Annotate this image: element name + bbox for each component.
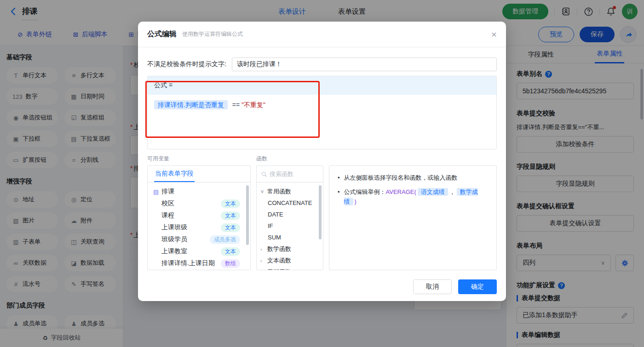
variable-item[interactable]: 校区 文本 [148, 198, 250, 210]
variable-type-badge: 文本 [221, 223, 240, 232]
variable-type-badge: 数组 [221, 259, 240, 268]
function-group-expanded[interactable]: ∨ 常用函数 [257, 186, 323, 197]
functions-panel: ∨ 常用函数 CONCATENATE DATE IF [256, 165, 323, 270]
confirm-button[interactable]: 确定 [458, 279, 497, 294]
formula-edit-dialog: 公式编辑 使用数学运算符编辑公式 × 不满足校验条件时提示文字: 公式 = 排课… [138, 22, 506, 301]
function-group-collapsed[interactable]: › 数学函数 [257, 243, 323, 255]
tip-example: 公式编辑举例：AVERAGE(语文成绩，数学成绩) [344, 188, 488, 207]
function-group-collapsed[interactable]: › 文本函数 [257, 255, 323, 266]
function-item[interactable]: SUM [257, 232, 323, 243]
variable-type-badge: 成员多选 [210, 235, 240, 244]
variable-item[interactable]: 排课详情.上课日期 数组 [148, 257, 250, 269]
variable-name: 课程 [161, 211, 174, 220]
function-item[interactable]: DATE [257, 209, 323, 220]
variable-name: 排课详情.上课日期 [161, 259, 215, 267]
variable-name: 上课教室 [161, 247, 187, 256]
variables-root-node[interactable]: ▤ 排课 [148, 186, 250, 198]
variable-item[interactable]: 课程 文本 [148, 210, 250, 222]
variable-item[interactable]: 上课教室 文本 [148, 245, 250, 257]
chevron-right-icon: › [260, 269, 267, 271]
form-file-icon: ▤ [153, 188, 159, 195]
variable-type-badge: 文本 [221, 199, 240, 208]
tip-text: 从左侧面板选择字段名和函数，或输入函数 [344, 173, 458, 183]
functions-label: 函数 [256, 155, 329, 163]
formula-expression[interactable]: 排课详情.判断是否重复 == "不重复" [148, 95, 496, 149]
field-token-chip[interactable]: 排课详情.判断是否重复 [154, 100, 228, 109]
string-token: "不重复" [242, 101, 265, 108]
validation-message-label: 不满足校验条件时提示文字: [147, 60, 226, 68]
functions-scrollbar[interactable] [319, 185, 322, 239]
variables-scrollbar[interactable] [246, 185, 249, 245]
variables-label: 可用变量 [147, 155, 256, 163]
variable-name: 班级学员 [161, 235, 187, 244]
chevron-right-icon: › [260, 246, 267, 252]
tab-current-form-fields[interactable]: 当前表单字段 [154, 170, 195, 182]
variable-item[interactable]: 上课班级 文本 [148, 222, 250, 233]
function-item[interactable]: IF [257, 220, 323, 232]
formula-editor[interactable]: 公式 = 排课详情.判断是否重复 == "不重复" [147, 76, 497, 149]
example-field-chip: 语文成绩 [418, 188, 448, 196]
chevron-down-icon: ∨ [260, 188, 267, 194]
variable-type-badge: 文本 [221, 211, 240, 220]
tips-panel: • 从左侧面板选择字段名和函数，或输入函数 • 公式编辑举例：AVERAGE(语… [329, 165, 497, 270]
variable-item[interactable]: 班级学员 成员多选 [148, 233, 250, 245]
variable-name: 校区 [161, 199, 174, 208]
variables-panel: 当前表单字段 ▤ 排课 校区 文本 课程 [147, 165, 251, 270]
cancel-button[interactable]: 取消 [413, 279, 452, 294]
variable-type-badge: 文本 [221, 247, 240, 256]
operator-token: == [232, 101, 240, 108]
search-icon [261, 171, 267, 177]
validation-message-input[interactable] [232, 57, 497, 71]
function-group-collapsed[interactable]: › 日期函数 [257, 266, 323, 270]
close-icon[interactable]: × [491, 29, 497, 39]
chevron-right-icon: › [260, 258, 267, 263]
function-item[interactable]: CONCATENATE [257, 197, 323, 209]
search-function-input[interactable] [270, 171, 318, 177]
dialog-subtitle: 使用数学运算符编辑公式 [182, 30, 243, 38]
formula-header: 公式 = [148, 76, 496, 95]
variable-name: 上课班级 [161, 223, 187, 232]
dialog-title: 公式编辑 [147, 29, 177, 39]
